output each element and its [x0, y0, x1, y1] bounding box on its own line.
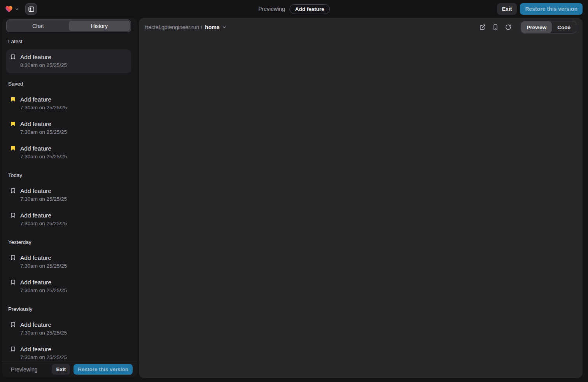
- history-item[interactable]: Add feature 7:30am on 25/25/25: [6, 317, 131, 341]
- view-tab-preview[interactable]: Preview: [521, 21, 552, 33]
- lovable-heart-logo-icon: [5, 5, 13, 13]
- preview-toolbar: fractal.gptengineer.run / home: [139, 18, 583, 37]
- sidebar-tab-switcher: ChatHistory: [6, 19, 131, 32]
- history-section: Today Add feature 7:30am on 25/25/25 Add…: [6, 172, 131, 231]
- history-item[interactable]: Add feature 7:30am on 25/25/25: [6, 208, 131, 231]
- footer-restore-version-button[interactable]: Restore this version: [74, 364, 133, 375]
- preview-url-prefix: fractal.gptengineer.run /: [145, 24, 202, 30]
- history-section: Latest Add feature 8:30am on 25/25/25: [6, 38, 131, 73]
- bookmark-outline-icon: [10, 54, 16, 60]
- previewing-label: Previewing: [258, 6, 285, 12]
- history-section-items: Add feature 7:30am on 25/25/25 Add featu…: [6, 92, 131, 165]
- footer-exit-button[interactable]: Exit: [52, 364, 70, 375]
- chevron-down-icon: [222, 25, 227, 30]
- history-item-timestamp: 7:30am on 25/25/25: [20, 220, 67, 228]
- app-window: Previewing Add feature Exit Restore this…: [0, 0, 588, 382]
- history-section-title-saved: Saved: [8, 80, 129, 88]
- history-section: Previously Add feature 7:30am on 25/25/2…: [6, 305, 131, 361]
- history-item-timestamp: 7:30am on 25/25/25: [20, 195, 67, 203]
- history-item-timestamp: 7:30am on 25/25/25: [20, 287, 67, 294]
- sidebar-footer: Previewing Exit Restore this version: [2, 361, 137, 377]
- history-item-title: Add feature: [20, 278, 67, 287]
- history-item-timestamp: 7:30am on 25/25/25: [20, 128, 67, 136]
- bookmark-outline-icon: [10, 188, 16, 194]
- history-item[interactable]: Add feature 7:30am on 25/25/25: [6, 141, 131, 165]
- history-item-timestamp: 7:30am on 25/25/25: [20, 262, 67, 270]
- preview-url-selector[interactable]: fractal.gptengineer.run / home: [145, 24, 227, 30]
- topbar-center-group: Previewing Add feature: [258, 0, 330, 18]
- history-item-title: Add feature: [20, 187, 67, 195]
- history-item[interactable]: Add feature 7:30am on 25/25/25: [6, 342, 131, 361]
- history-sidebar: ChatHistory Latest Add feature 8:30am on…: [2, 18, 137, 377]
- history-section-title-previously: Previously: [8, 305, 129, 313]
- history-list: Latest Add feature 8:30am on 25/25/25 Sa…: [2, 32, 137, 361]
- bookmark-filled-icon: [10, 145, 16, 151]
- history-item-title: Add feature: [20, 53, 67, 61]
- history-item-title: Add feature: [20, 321, 67, 329]
- top-bar: Previewing Add feature Exit Restore this…: [0, 0, 588, 18]
- history-item[interactable]: Add feature 7:30am on 25/25/25: [6, 250, 131, 274]
- history-item-timestamp: 7:30am on 25/25/25: [20, 354, 67, 361]
- history-section-title-today: Today: [8, 172, 129, 179]
- chevron-down-icon: [15, 7, 19, 11]
- history-item-title: Add feature: [20, 95, 67, 104]
- history-section-title-yesterday: Yesterday: [8, 238, 129, 246]
- history-item-title: Add feature: [20, 254, 67, 262]
- history-item-title: Add feature: [20, 211, 67, 220]
- bookmark-outline-icon: [10, 279, 16, 285]
- preview-toolbar-actions: PreviewCode: [480, 21, 576, 33]
- history-section-items: Add feature 7:30am on 25/25/25 Add featu…: [6, 250, 131, 298]
- bookmark-outline-icon: [10, 346, 16, 352]
- version-name-pill[interactable]: Add feature: [290, 4, 330, 14]
- sidebar-toggle-button[interactable]: [25, 3, 37, 15]
- history-item[interactable]: Add feature 7:30am on 25/25/25: [6, 116, 131, 140]
- history-item[interactable]: Add feature 7:30am on 25/25/25: [6, 275, 131, 298]
- history-item-timestamp: 8:30am on 25/25/25: [20, 61, 67, 69]
- view-tab-code[interactable]: Code: [552, 21, 576, 33]
- restore-version-button[interactable]: Restore this version: [520, 3, 583, 15]
- bookmark-outline-icon: [10, 212, 16, 218]
- workspace-menu-button[interactable]: [5, 5, 19, 13]
- topbar-left-group: [5, 3, 37, 15]
- open-in-new-icon[interactable]: [480, 24, 486, 30]
- history-item-timestamp: 7:30am on 25/25/25: [20, 329, 67, 337]
- preview-panel: fractal.gptengineer.run / home: [139, 18, 583, 378]
- mobile-preview-icon[interactable]: [492, 24, 499, 30]
- history-item-title: Add feature: [20, 120, 67, 128]
- history-item-title: Add feature: [20, 144, 67, 153]
- bookmark-filled-icon: [10, 121, 16, 127]
- history-section-title-latest: Latest: [8, 38, 129, 46]
- history-section: Yesterday Add feature 7:30am on 25/25/25…: [6, 238, 131, 298]
- history-item[interactable]: Add feature 7:30am on 25/25/25: [6, 92, 131, 116]
- bookmark-outline-icon: [10, 255, 16, 261]
- preview-code-toggle: PreviewCode: [521, 21, 576, 33]
- panel-left-icon: [28, 6, 35, 12]
- history-section-items: Add feature 7:30am on 25/25/25 Add featu…: [6, 317, 131, 361]
- preview-viewport[interactable]: [139, 37, 583, 378]
- footer-previewing-label: Previewing: [11, 366, 37, 373]
- history-section-items: Add feature 7:30am on 25/25/25 Add featu…: [6, 183, 131, 231]
- sidebar-tab-history[interactable]: History: [69, 21, 130, 31]
- history-section-items: Add feature 8:30am on 25/25/25: [6, 49, 131, 73]
- history-item[interactable]: Add feature 8:30am on 25/25/25: [6, 49, 131, 73]
- history-item-timestamp: 7:30am on 25/25/25: [20, 104, 67, 112]
- topbar-right-group: Exit Restore this version: [497, 3, 583, 15]
- bookmark-outline-icon: [10, 322, 16, 328]
- history-item-timestamp: 7:30am on 25/25/25: [20, 153, 67, 161]
- history-section: Saved Add feature 7:30am on 25/25/25 Add…: [6, 80, 131, 165]
- content-row: ChatHistory Latest Add feature 8:30am on…: [0, 18, 588, 382]
- refresh-icon[interactable]: [505, 24, 511, 30]
- exit-button[interactable]: Exit: [497, 3, 517, 15]
- bookmark-filled-icon: [10, 96, 16, 102]
- history-item-title: Add feature: [20, 345, 67, 354]
- history-item[interactable]: Add feature 7:30am on 25/25/25: [6, 183, 131, 207]
- sidebar-tab-chat[interactable]: Chat: [7, 21, 69, 31]
- preview-url-page: home: [205, 24, 219, 30]
